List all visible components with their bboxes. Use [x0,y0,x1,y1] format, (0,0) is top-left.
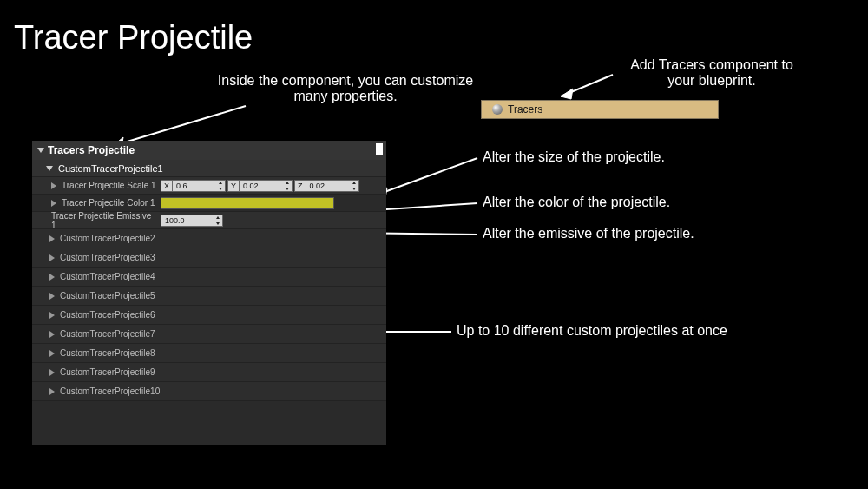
svg-line-4 [375,158,477,195]
chevron-right-icon [51,200,56,207]
group-header-collapsed[interactable]: CustomTracerProjectile5 [32,287,386,306]
chevron-right-icon [49,293,55,300]
chevron-right-icon [49,369,55,376]
prop-label: Tracer Projectile Color 1 [62,198,155,208]
vector3-input: X 0.6 Y 0.02 Z 0.02 [161,180,359,192]
details-panel-title: Tracers Projectile [48,144,135,156]
prop-label: Tracer Projectile Emissive 1 [51,211,157,230]
group-header-collapsed[interactable]: CustomTracerProjectile7 [32,325,386,344]
tracers-component-label: Tracers [508,103,542,116]
chevron-down-icon [46,166,53,171]
chevron-right-icon [49,235,55,242]
color-swatch[interactable] [161,197,334,209]
details-panel-header[interactable]: Tracers Projectile [32,141,386,160]
group-label: CustomTracerProjectile9 [60,367,155,377]
z-input[interactable]: Z 0.02 [294,180,359,192]
group-header-collapsed[interactable]: CustomTracerProjectile6 [32,306,386,325]
svg-marker-3 [561,89,573,99]
chevron-down-icon [37,148,44,153]
prop-row-color: Tracer Projectile Color 1 [32,195,386,212]
annotation-alter-size: Alter the size of the projectile. [483,149,665,165]
x-value: 0.6 [176,182,187,190]
emissive-input[interactable]: 100.0 [161,215,223,227]
group-header-collapsed[interactable]: CustomTracerProjectile8 [32,344,386,363]
axis-label-z: Z [294,180,306,192]
group-label: CustomTracerProjectile8 [60,348,155,358]
scrollbar-thumb[interactable] [376,143,383,155]
emissive-value: 100.0 [165,216,185,225]
prop-label: Tracer Projectile Scale 1 [62,181,156,190]
tracers-component-badge[interactable]: Tracers [481,100,719,119]
axis-label-x: X [161,180,172,192]
annotation-alter-emissive: Alter the emissive of the projectile. [483,226,694,241]
details-panel: Tracers Projectile CustomTracerProjectil… [32,141,386,445]
axis-label-y: Y [227,180,239,192]
annotation-customize: Inside the component, you can customize … [215,73,476,104]
group-header-collapsed[interactable]: CustomTracerProjectile4 [32,268,386,287]
group-label: CustomTracerProjectile6 [60,310,155,320]
group-label: CustomTracerProjectile4 [60,272,155,281]
group-label: CustomTracerProjectile3 [60,253,155,262]
sphere-icon [492,104,503,115]
group-header-collapsed[interactable]: CustomTracerProjectile9 [32,363,386,382]
chevron-right-icon [51,182,56,189]
group-header-collapsed[interactable]: CustomTracerProjectile2 [32,229,386,248]
spinner-icon[interactable] [216,182,223,190]
annotation-up-to-ten: Up to 10 different custom projectiles at… [457,323,727,339]
group-label: CustomTracerProjectile10 [60,387,160,396]
x-input[interactable]: X 0.6 [161,180,226,192]
chevron-right-icon [49,350,55,357]
chevron-right-icon [49,388,55,395]
group-label: CustomTracerProjectile5 [60,291,155,301]
group-label: CustomTracerProjectile1 [58,163,163,174]
group-label: CustomTracerProjectile7 [60,329,155,339]
chevron-right-icon [49,254,55,261]
annotation-alter-color: Alter the color of the projectile. [483,195,670,210]
chevron-right-icon [49,312,55,319]
annotation-add-component: Add Tracers component to your blueprint. [616,57,807,89]
group-header-collapsed[interactable]: CustomTracerProjectile10 [32,382,386,401]
svg-line-2 [561,75,613,96]
spinner-icon[interactable] [350,182,357,190]
spinner-icon[interactable] [283,182,290,190]
z-value: 0.02 [310,182,326,190]
chevron-right-icon [49,274,55,281]
page-title: Tracer Projectile [14,19,253,56]
collapsed-groups: CustomTracerProjectile2CustomTracerProje… [32,229,386,401]
group-header-custom1[interactable]: CustomTracerProjectile1 [32,160,386,177]
chevron-right-icon [49,331,55,338]
spinner-icon[interactable] [214,216,220,225]
prop-row-scale: Tracer Projectile Scale 1 X 0.6 Y 0.02 Z… [32,177,386,195]
y-input[interactable]: Y 0.02 [227,180,293,192]
group-header-collapsed[interactable]: CustomTracerProjectile3 [32,248,386,268]
group-label: CustomTracerProjectile2 [60,234,155,243]
y-value: 0.02 [243,182,259,190]
prop-row-emissive: Tracer Projectile Emissive 1 100.0 [32,212,386,229]
